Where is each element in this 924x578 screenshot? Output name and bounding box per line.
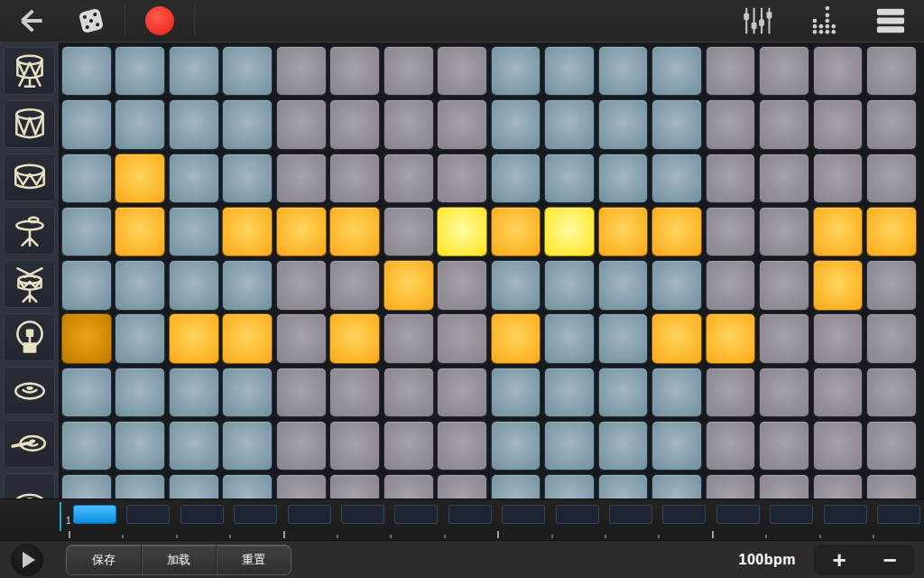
pad-r1-c3[interactable] [170, 47, 218, 95]
pad-r8-c3[interactable] [170, 422, 218, 470]
pad-r2-c14[interactable] [760, 100, 808, 148]
pad-r5-c4[interactable] [223, 261, 272, 309]
pad-r1-c16[interactable] [867, 47, 916, 95]
pad-r8-c4[interactable] [223, 422, 272, 470]
pad-r6-c4[interactable] [223, 314, 272, 362]
timeline-segment-8[interactable] [449, 506, 491, 523]
pad-r9-c11[interactable] [599, 475, 648, 499]
pad-r2-c16[interactable] [867, 100, 916, 148]
pad-r9-c15[interactable] [814, 475, 863, 499]
pad-r3-c8[interactable] [438, 154, 486, 202]
pad-r2-c3[interactable] [170, 100, 218, 148]
pad-r5-c15[interactable] [814, 261, 863, 309]
pad-r2-c10[interactable] [545, 100, 594, 148]
load-button[interactable]: 加载 [142, 545, 216, 574]
pad-r5-c1[interactable] [62, 261, 111, 309]
pad-r7-c13[interactable] [707, 368, 755, 416]
pad-r8-c14[interactable] [760, 422, 808, 470]
pad-r4-c8[interactable] [438, 208, 486, 256]
instrument-kick-pedal[interactable] [4, 313, 55, 361]
instrument-ride-cymbal[interactable] [4, 367, 55, 415]
pad-r3-c11[interactable] [599, 154, 648, 202]
pad-r7-c3[interactable] [170, 368, 218, 416]
pad-r4-c14[interactable] [760, 208, 808, 256]
pad-r5-c8[interactable] [438, 261, 486, 309]
timeline-segment-9[interactable] [503, 506, 544, 523]
pad-r6-c13[interactable] [707, 314, 755, 362]
pad-r6-c1[interactable] [62, 314, 111, 362]
timeline-segment-15[interactable] [825, 506, 866, 523]
pad-r9-c7[interactable] [384, 475, 433, 499]
pad-r3-c5[interactable] [277, 154, 326, 202]
instrument-splash-cymbal[interactable] [4, 473, 55, 499]
pad-r9-c12[interactable] [652, 475, 701, 499]
pad-r5-c13[interactable] [707, 261, 755, 309]
pad-r7-c9[interactable] [492, 368, 541, 416]
back-button[interactable] [0, 0, 60, 42]
pad-r4-c3[interactable] [170, 208, 218, 256]
pad-r9-c8[interactable] [438, 475, 486, 499]
pad-r6-c2[interactable] [116, 314, 164, 362]
timeline-segment-7[interactable] [395, 506, 437, 523]
pad-r5-c10[interactable] [545, 261, 594, 309]
pad-r7-c12[interactable] [652, 368, 701, 416]
pad-r8-c9[interactable] [492, 422, 541, 470]
record-button[interactable] [127, 0, 192, 42]
pad-r3-c14[interactable] [760, 154, 808, 202]
pad-r2-c1[interactable] [62, 100, 111, 148]
pad-r3-c6[interactable] [330, 154, 379, 202]
pad-r3-c16[interactable] [867, 154, 916, 202]
pad-r1-c9[interactable] [492, 47, 541, 95]
instrument-crash-cymbal[interactable] [4, 420, 55, 468]
pad-r9-c6[interactable] [330, 475, 379, 499]
pad-r8-c16[interactable] [867, 422, 916, 470]
pad-r6-c3[interactable] [170, 314, 218, 362]
pad-r4-c15[interactable] [814, 208, 863, 256]
pad-r3-c10[interactable] [545, 154, 594, 202]
pad-r1-c8[interactable] [438, 47, 486, 95]
instrument-marching-drum[interactable] [4, 47, 55, 95]
pad-r4-c12[interactable] [652, 208, 701, 256]
pad-r6-c16[interactable] [867, 314, 916, 362]
timeline-segment-3[interactable] [181, 506, 223, 523]
pad-r7-c6[interactable] [330, 368, 379, 416]
timeline-segment-2[interactable] [127, 506, 169, 523]
save-button[interactable]: 保存 [67, 545, 141, 574]
timeline-segment-10[interactable] [557, 506, 598, 523]
pad-r5-c16[interactable] [867, 261, 916, 309]
mixer-button[interactable] [742, 0, 772, 42]
timeline-segment-11[interactable] [610, 506, 651, 523]
pad-r9-c13[interactable] [707, 475, 755, 499]
pad-r8-c2[interactable] [116, 422, 164, 470]
pad-r3-c13[interactable] [707, 154, 755, 202]
pad-r6-c14[interactable] [760, 314, 808, 362]
pad-r1-c12[interactable] [652, 47, 701, 95]
pad-r4-c16[interactable] [867, 208, 916, 256]
timeline-segment-5[interactable] [289, 506, 330, 523]
pad-r1-c6[interactable] [330, 47, 379, 95]
pad-r5-c6[interactable] [330, 261, 379, 309]
pad-r4-c2[interactable] [116, 208, 164, 256]
pad-r9-c5[interactable] [277, 475, 326, 499]
pad-r2-c11[interactable] [599, 100, 648, 148]
pad-r7-c16[interactable] [867, 368, 916, 416]
pad-r6-c12[interactable] [652, 314, 701, 362]
pad-r6-c5[interactable] [277, 314, 326, 362]
pad-r1-c4[interactable] [223, 47, 272, 95]
pad-r7-c14[interactable] [760, 368, 808, 416]
pad-r4-c10[interactable] [545, 208, 594, 256]
pad-r2-c2[interactable] [116, 100, 164, 148]
pad-r8-c6[interactable] [330, 422, 379, 470]
timeline-segment-16[interactable] [878, 506, 919, 523]
pad-r5-c11[interactable] [599, 261, 648, 309]
pad-r6-c11[interactable] [599, 314, 648, 362]
pad-r6-c6[interactable] [330, 314, 379, 362]
tempo-increase-button[interactable]: + [814, 548, 864, 572]
pad-r5-c14[interactable] [760, 261, 808, 309]
pad-r6-c7[interactable] [384, 314, 433, 362]
pad-r4-c6[interactable] [330, 208, 379, 256]
tempo-decrease-button[interactable]: − [864, 548, 915, 572]
pad-r8-c11[interactable] [599, 422, 648, 470]
instrument-tom[interactable] [4, 154, 55, 201]
pad-r7-c15[interactable] [814, 368, 863, 416]
